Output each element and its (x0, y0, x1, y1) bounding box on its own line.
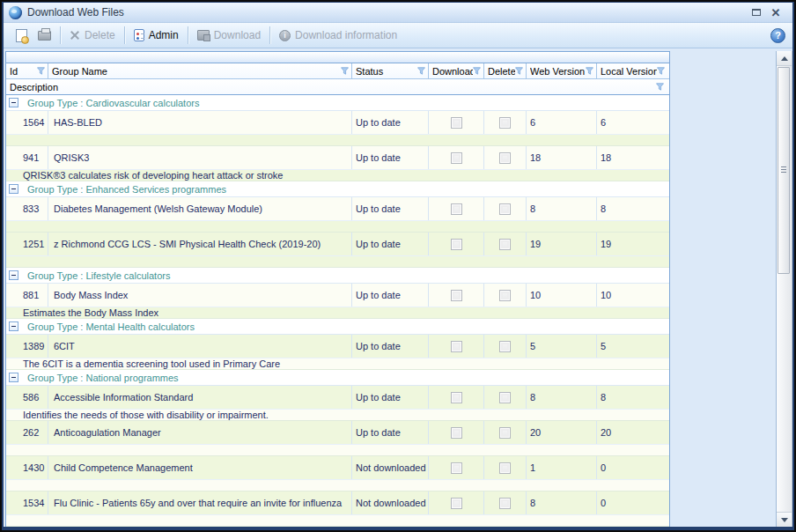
cell-id: 1389 (6, 335, 48, 358)
download-checkbox[interactable] (451, 117, 462, 129)
filter-icon[interactable] (37, 66, 45, 77)
toolbar-separator (188, 26, 188, 44)
maximize-button[interactable] (747, 5, 766, 19)
window-title: Download Web Files (27, 6, 747, 18)
collapse-icon[interactable] (9, 98, 18, 107)
filter-icon[interactable] (473, 66, 481, 77)
column-header-label: Status (356, 66, 417, 77)
delete-checkbox[interactable] (499, 341, 511, 352)
delete-checkbox[interactable] (499, 290, 511, 301)
cell-group-name: QRISK3 (48, 146, 352, 169)
close-icon: ✕ (771, 7, 781, 18)
download-checkbox[interactable] (451, 462, 462, 474)
cell-id: 941 (6, 146, 48, 169)
vertical-scrollbar[interactable] (776, 51, 792, 527)
admin-button[interactable]: Admin (129, 26, 184, 44)
cell-local-version: 6 (597, 111, 667, 134)
column-header-delete[interactable]: Delete (484, 63, 527, 78)
app-globe-icon (9, 6, 22, 19)
filter-icon[interactable] (586, 66, 593, 77)
grid-header-row: IdGroup NameStatusDownloadDeleteWeb Vers… (6, 63, 669, 79)
cell-group-name: Child Competence Management (48, 456, 352, 479)
column-header-web-version[interactable]: Web Version (527, 63, 597, 78)
table-row[interactable]: 586Accessible Information StandardUp to … (6, 386, 669, 410)
column-header-label: Delete (488, 66, 515, 77)
info-icon: i (279, 30, 291, 41)
cell-status: Up to date (352, 233, 429, 255)
table-row[interactable]: 262Anticoagulation ManagerUp to date2020 (6, 421, 669, 445)
scroll-up-button[interactable] (777, 51, 792, 66)
delete-checkbox[interactable] (499, 462, 511, 474)
download-checkbox[interactable] (451, 239, 462, 250)
table-row[interactable]: 881Body Mass IndexUp to date1010 (6, 284, 669, 307)
cell-local-version: 8 (597, 386, 667, 409)
table-row[interactable]: 1251z Richmond CCG LCS - SMI Physical He… (6, 233, 669, 256)
collapse-icon[interactable] (9, 373, 18, 382)
collapse-icon[interactable] (9, 270, 18, 280)
column-header-status[interactable]: Status (352, 63, 429, 78)
download-information-button[interactable]: i Download information (274, 26, 402, 44)
filter-icon[interactable] (417, 66, 425, 77)
column-header-download[interactable]: Download (429, 63, 484, 78)
cell-local-version: 8 (597, 197, 667, 220)
cell-id: 262 (6, 421, 48, 444)
delete-checkbox[interactable] (499, 498, 511, 509)
table-row[interactable]: 941QRISK3Up to date1818 (6, 146, 669, 170)
print-button[interactable] (33, 28, 56, 43)
collapse-icon[interactable] (9, 184, 18, 194)
column-header-local-version[interactable]: Local Version (597, 63, 667, 78)
cell-local-version: 0 (597, 491, 667, 514)
cell-group-name: Body Mass Index (48, 284, 352, 307)
download-button-label: Download (214, 29, 261, 41)
download-checkbox[interactable] (451, 392, 462, 403)
column-header-id[interactable]: Id (6, 63, 48, 78)
cell-download (429, 233, 484, 255)
table-row[interactable]: 1430Child Competence ManagementNot downl… (6, 456, 669, 480)
filter-icon[interactable] (341, 66, 349, 77)
delete-checkbox[interactable] (499, 203, 511, 215)
download-checkbox[interactable] (451, 341, 462, 352)
filter-icon[interactable] (657, 66, 665, 77)
cell-web-version: 5 (527, 335, 597, 358)
cell-web-version: 19 (527, 233, 597, 255)
scroll-down-button[interactable] (777, 512, 792, 527)
cell-download (429, 456, 484, 479)
cell-group-name: HAS-BLED (48, 111, 352, 134)
scrollbar-thumb[interactable] (778, 67, 790, 274)
download-checkbox[interactable] (451, 290, 462, 301)
download-button[interactable]: Download (192, 26, 266, 44)
column-header-group-name[interactable]: Group Name (48, 63, 352, 78)
collapse-icon[interactable] (9, 321, 18, 331)
filter-icon[interactable] (515, 66, 523, 77)
arrow-down-icon (781, 518, 788, 522)
delete-checkbox[interactable] (499, 392, 511, 403)
filter-icon[interactable] (656, 82, 664, 92)
print-preview-button[interactable] (11, 26, 33, 45)
description-header-row: Description (6, 79, 669, 95)
download-checkbox[interactable] (451, 203, 462, 215)
delete-checkbox[interactable] (499, 239, 511, 250)
cell-download (429, 197, 484, 220)
download-checkbox[interactable] (451, 427, 462, 439)
delete-checkbox[interactable] (499, 427, 511, 439)
help-button[interactable]: ? (770, 28, 785, 43)
cell-id: 1430 (6, 456, 48, 479)
close-button[interactable]: ✕ (766, 5, 785, 19)
delete-checkbox[interactable] (499, 117, 511, 129)
table-row[interactable]: 13896CITUp to date55 (6, 335, 669, 358)
cell-id: 586 (6, 386, 48, 409)
table-row[interactable]: 833Diabetes Management (Welsh Gateway Mo… (6, 197, 669, 221)
table-row[interactable]: 1564HAS-BLEDUp to date66 (6, 111, 669, 135)
download-checkbox[interactable] (451, 152, 462, 164)
maximize-icon (752, 9, 761, 16)
table-row[interactable]: 1534Flu Clinic - Patients 65y and over t… (6, 491, 669, 515)
delete-button[interactable]: Delete (64, 26, 121, 44)
delete-button-label: Delete (85, 29, 115, 41)
download-checkbox[interactable] (451, 498, 462, 509)
admin-button-label: Admin (149, 29, 179, 41)
cell-delete (484, 233, 527, 255)
delete-checkbox[interactable] (499, 152, 511, 164)
cell-local-version: 0 (597, 456, 667, 479)
group-row: Group Type : Mental Health calculators (6, 319, 669, 335)
cell-web-version: 10 (527, 284, 597, 307)
